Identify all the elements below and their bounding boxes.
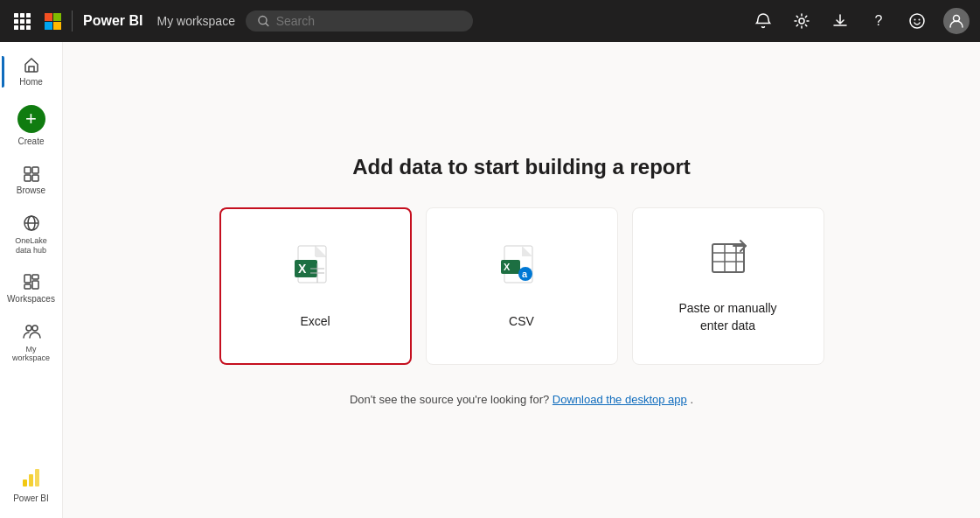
onelake-icon	[22, 214, 41, 233]
sidebar-item-powerbi[interactable]: Power BI	[2, 458, 61, 511]
svg-rect-8	[32, 167, 38, 173]
svg-rect-9	[24, 175, 31, 181]
svg-rect-21	[29, 474, 33, 486]
sidebar-item-onelake[interactable]: OneLakedata hub	[2, 206, 61, 262]
footer-text: Don't see the source you're looking for?…	[350, 393, 693, 406]
svg-rect-16	[24, 284, 31, 289]
workspaces-label: Workspaces	[7, 294, 55, 304]
data-source-cards: X Excel	[219, 207, 824, 365]
svg-rect-17	[32, 281, 38, 289]
top-navigation: Power BI My workspace	[0, 0, 980, 42]
svg-text:X: X	[298, 262, 307, 276]
svg-point-18	[26, 326, 31, 331]
home-icon	[23, 56, 40, 74]
workspace-name: My workspace	[156, 14, 234, 28]
create-label: Create	[17, 136, 44, 147]
help-icon[interactable]: ?	[866, 9, 891, 33]
excel-card[interactable]: X Excel	[219, 207, 412, 365]
search-icon	[258, 15, 269, 27]
csv-label: CSV	[509, 314, 534, 328]
waffle-menu[interactable]	[10, 10, 34, 33]
myworkspace-icon	[22, 322, 41, 341]
svg-rect-10	[32, 175, 38, 181]
search-input[interactable]	[276, 14, 461, 28]
download-icon[interactable]	[828, 9, 852, 33]
svg-rect-7	[24, 167, 31, 173]
myworkspace-label: Myworkspace	[12, 345, 50, 364]
paste-icon	[707, 237, 749, 283]
svg-rect-15	[32, 275, 38, 279]
search-bar[interactable]	[246, 10, 473, 32]
create-icon: +	[17, 105, 45, 133]
sidebar-item-create[interactable]: + Create	[2, 98, 61, 154]
sidebar-item-workspaces[interactable]: Workspaces	[2, 266, 61, 312]
svg-rect-20	[23, 480, 27, 486]
svg-line-1	[266, 24, 268, 26]
svg-text:X: X	[504, 262, 511, 272]
paste-label: Paste or manually enter data	[667, 300, 789, 334]
nav-divider	[72, 10, 73, 32]
download-desktop-link[interactable]: Download the desktop app	[553, 393, 687, 406]
svg-rect-34	[712, 244, 744, 272]
settings-icon[interactable]	[789, 9, 814, 33]
sidebar-item-home[interactable]: Home	[2, 49, 61, 94]
main-content: Add data to start building a report X	[63, 42, 980, 518]
sidebar-item-browse[interactable]: Browse	[2, 158, 61, 203]
workspaces-icon	[23, 273, 40, 290]
notifications-icon[interactable]	[751, 9, 775, 33]
svg-rect-22	[35, 469, 39, 486]
csv-card[interactable]: X a CSV	[426, 207, 618, 365]
svg-point-5	[919, 19, 921, 21]
content-area: Add data to start building a report X	[219, 155, 824, 406]
browse-icon	[23, 164, 40, 182]
nav-icons-group: ?	[751, 8, 970, 34]
footer-prefix: Don't see the source you're looking for?	[350, 393, 549, 406]
csv-icon: X a	[501, 244, 543, 297]
feedback-icon[interactable]	[905, 9, 929, 33]
brand-name: Power BI	[83, 13, 142, 29]
page-heading: Add data to start building a report	[352, 155, 691, 179]
user-avatar[interactable]	[943, 8, 970, 34]
svg-rect-14	[24, 275, 31, 283]
svg-text:a: a	[522, 269, 528, 279]
powerbi-icon	[19, 466, 44, 490]
paste-card[interactable]: Paste or manually enter data	[632, 207, 824, 365]
footer-period: .	[690, 393, 693, 406]
microsoft-logo	[45, 13, 61, 30]
powerbi-label: Power BI	[13, 494, 49, 504]
excel-icon: X	[295, 244, 337, 297]
sidebar: Home + Create Browse	[0, 42, 63, 518]
excel-label: Excel	[300, 314, 330, 328]
svg-point-19	[32, 326, 38, 331]
onelake-label: OneLakedata hub	[15, 236, 47, 256]
browse-label: Browse	[17, 186, 45, 196]
sidebar-item-myworkspace[interactable]: Myworkspace	[2, 315, 61, 371]
svg-point-3	[910, 14, 924, 28]
svg-point-2	[799, 18, 804, 24]
svg-point-4	[914, 19, 916, 21]
home-label: Home	[19, 77, 43, 88]
